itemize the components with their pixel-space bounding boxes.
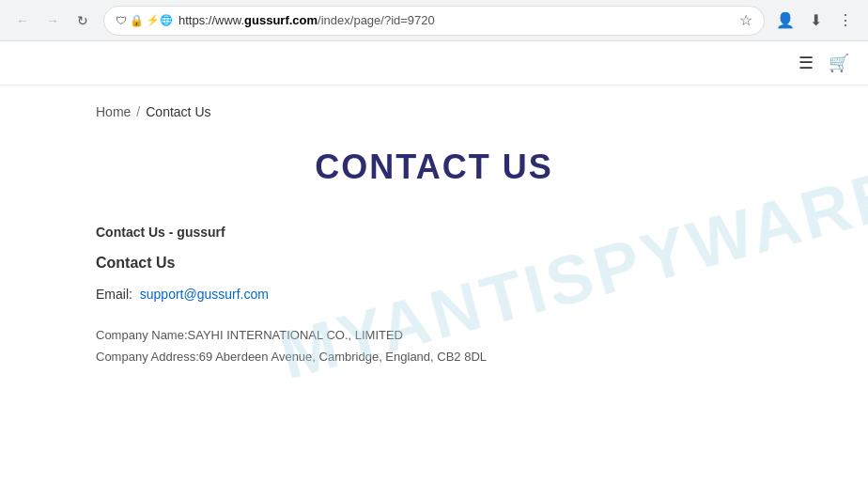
email-link[interactable]: support@gussurf.com	[140, 287, 269, 302]
browser-actions: 👤 ⬇ ⋮	[772, 8, 859, 34]
company-name-line: Company Name:SAYHI INTERNATIONAL CO., LI…	[96, 324, 772, 346]
header-icons: ☰ 🛒	[798, 53, 849, 73]
lock-icon: 🔒	[130, 14, 144, 27]
more-button[interactable]: ⋮	[832, 8, 859, 34]
email-label: Email:	[96, 287, 132, 302]
company-name-value: SAYHI INTERNATIONAL CO., LIMITED	[188, 328, 403, 342]
company-name-label: Company Name:	[96, 328, 188, 342]
url-domain: gussurf.com	[244, 13, 318, 27]
back-button[interactable]: ←	[9, 8, 36, 34]
browser-chrome: ← → ↻ 🛡 🔒 ⚡🌐 https://www.gussurf.com/ind…	[0, 0, 868, 41]
profile-button[interactable]: 👤	[772, 8, 798, 34]
refresh-button[interactable]: ↻	[70, 8, 96, 34]
url-display: https://www.gussurf.com/index/page/?id=9…	[178, 13, 734, 27]
nav-buttons: ← → ↻	[9, 8, 96, 34]
email-line: Email: support@gussurf.com	[96, 287, 772, 302]
breadcrumb-home[interactable]: Home	[96, 104, 131, 119]
security-icons: 🛡 🔒 ⚡🌐	[116, 14, 173, 27]
forward-button[interactable]: →	[39, 8, 66, 34]
url-path: /index/page/?id=9720	[318, 13, 435, 27]
company-address-value: 69 Aberdeen Avenue, Cambridge, England, …	[199, 350, 487, 364]
company-address-label: Company Address:	[96, 350, 199, 364]
site-header: ☰ 🛒	[0, 41, 868, 86]
contact-heading: Contact Us	[96, 255, 772, 272]
cart-button[interactable]: 🛒	[829, 53, 849, 73]
extensions-button[interactable]: ⬇	[802, 8, 829, 34]
address-bar[interactable]: 🛡 🔒 ⚡🌐 https://www.gussurf.com/index/pag…	[103, 6, 765, 36]
info-icons: ⚡🌐	[147, 14, 173, 26]
menu-button[interactable]: ☰	[798, 53, 814, 73]
breadcrumb-current: Contact Us	[146, 104, 210, 119]
company-address-line: Company Address:69 Aberdeen Avenue, Camb…	[96, 346, 772, 367]
company-info: Company Name:SAYHI INTERNATIONAL CO., LI…	[96, 324, 772, 368]
page-title: CONTACT US	[96, 148, 772, 187]
breadcrumb-separator: /	[136, 104, 140, 119]
breadcrumb: Home / Contact Us	[96, 104, 772, 119]
star-icon[interactable]: ☆	[739, 11, 752, 29]
page-subtitle: Contact Us - gussurf	[96, 225, 772, 240]
page-content: Home / Contact Us CONTACT US Contact Us …	[58, 86, 810, 406]
shield-icon: 🛡	[116, 14, 127, 27]
